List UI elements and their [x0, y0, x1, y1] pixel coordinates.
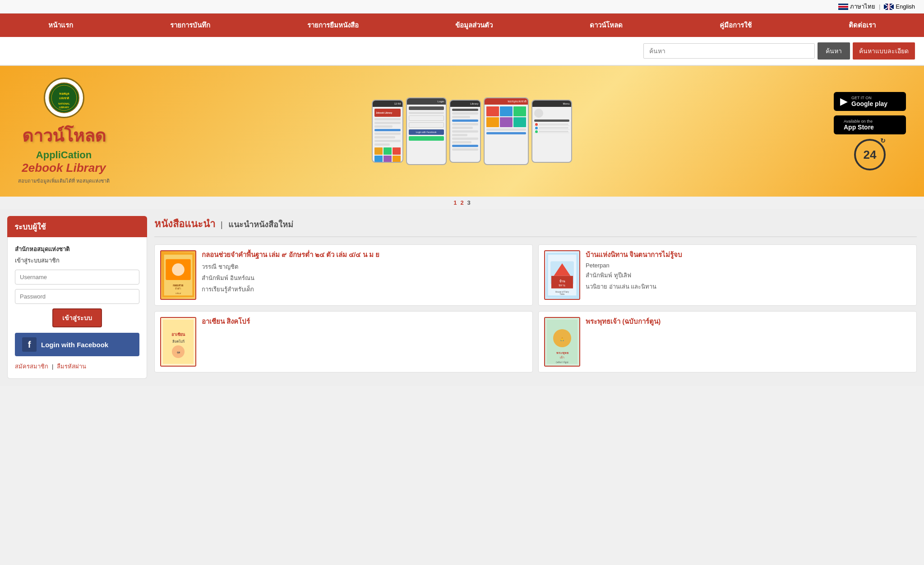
- clock-label: 24: [864, 148, 877, 162]
- svg-text:กลอนช่วย: กลอนช่วย: [173, 284, 184, 287]
- svg-text:NATIONAL: NATIONAL: [58, 102, 69, 105]
- nav-personal[interactable]: ข้อมูลส่วนตัว: [446, 14, 502, 37]
- app-screen-4: หอสมุดแห่งชาติ: [484, 97, 529, 165]
- book-info-1: กลอนช่วยจำคำพื้นฐาน เล่ม ๙ อักษรต่ำ ๒๔ ต…: [202, 250, 527, 300]
- nav-borrow-books[interactable]: รายการยืมหนังสือ: [298, 14, 368, 37]
- book-cover-1: กลอนช่วย จำคำ เล่ม ๙: [160, 250, 196, 300]
- sidebar-body: สำนักหอสมุดแห่งชาติ เข้าสู่ระบบสมาชิก เข…: [7, 237, 147, 379]
- app-store-big-text: App Store: [844, 124, 874, 131]
- svg-text:🗺: 🗺: [177, 351, 180, 354]
- sidebar-link-divider: |: [52, 363, 53, 370]
- svg-text:เจ้า: เจ้า: [560, 356, 564, 359]
- book-card-2[interactable]: บ้าน นิทาน House of Fairy Tales บ้านแห่ง…: [538, 244, 917, 306]
- search-bar: ค้นหา ค้นหาแบบละเอียด: [0, 37, 924, 66]
- banner-left: หอสมุด แห่งชาติ NATIONAL LIBRARY ดาวน์โห…: [18, 78, 110, 185]
- book-title-1: กลอนช่วยจำคำพื้นฐาน เล่ม ๙ อักษรต่ำ ๒๔ ต…: [202, 250, 527, 259]
- google-play-small-text: GET IT ON: [851, 96, 887, 100]
- banner-title: ดาวน์โหลด: [22, 122, 106, 149]
- book-card-4[interactable]: 🙏 พระพุทธ เจ้า (ฉบับการ์ตูน) พระพุทธเจ้า…: [538, 311, 917, 372]
- app-store-small-text: Available on the: [844, 119, 874, 124]
- password-input[interactable]: [15, 289, 139, 304]
- facebook-button-label: Login with Facebook: [41, 341, 108, 349]
- section-header: หนังสือแนะนำ | แนะนำหนังสือใหม่: [154, 216, 917, 232]
- register-link[interactable]: สมัครสมาชิก: [15, 362, 48, 371]
- section-subtitle: แนะนำหนังสือใหม่: [228, 218, 293, 231]
- book-card-3[interactable]: อาเซียน สิงคโปร์ 🗺 อาเซียน สิงคโปร์: [154, 311, 533, 372]
- svg-text:บ้าน: บ้าน: [559, 279, 565, 283]
- english-language-option[interactable]: English: [884, 3, 915, 10]
- google-play-big-text: Google play: [851, 100, 887, 107]
- sidebar-header: ระบบผู้ใช้: [7, 216, 147, 237]
- google-play-button[interactable]: ▶ GET IT ON Google play: [834, 92, 906, 111]
- svg-text:หอสมุด: หอสมุด: [59, 92, 69, 96]
- app-screen-1: 12:59 2ebook Library: [372, 100, 403, 163]
- app-screenshots: 12:59 2ebook Library: [372, 97, 572, 165]
- main-navigation: หน้าแรก รายการบันทึก รายการยืมหนังสือ ข้…: [0, 14, 924, 37]
- sidebar-org-label: สำนักหอสมุดแห่งชาติ: [15, 244, 139, 254]
- section-title: หนังสือแนะนำ: [154, 216, 215, 232]
- nav-contact[interactable]: ติดต่อเรา: [840, 14, 885, 37]
- nav-manual[interactable]: คู่มือการใช้: [711, 14, 761, 37]
- book-info-4: พระพุทธเจ้า (ฉบับการ์ตูน): [586, 317, 911, 367]
- carousel-dot-3[interactable]: 3: [467, 199, 471, 206]
- lang-divider: |: [879, 3, 880, 10]
- thai-label: ภาษาไทย: [850, 2, 875, 11]
- svg-text:LIBRARY: LIBRARY: [59, 106, 69, 109]
- app-screen-5: Menu: [531, 100, 572, 163]
- section-separator: |: [221, 220, 223, 230]
- section-divider: [154, 236, 917, 237]
- banner-info: สอบถามข้อมูลเพิ่มเติมได้ที่ หอสมุดแห่งชา…: [18, 177, 110, 185]
- english-label: English: [896, 3, 915, 10]
- book-publisher-1: สำนักพิมพ์ อินทร์ณน: [202, 273, 527, 283]
- thai-language-option[interactable]: ภาษาไทย: [838, 2, 875, 11]
- search-input[interactable]: [643, 43, 815, 59]
- svg-text:สิงคโปร์: สิงคโปร์: [172, 339, 185, 344]
- svg-text:🙏: 🙏: [560, 337, 564, 341]
- 24h-clock: ↻ 24: [854, 139, 886, 170]
- sidebar-links: สมัครสมาชิก | ลืมรหัสผ่าน: [15, 362, 139, 371]
- book-info-2: บ้านแห่งนิทาน จินตนาการไม่รู้จบ Peterpan…: [586, 250, 911, 300]
- app-store-button[interactable]: Available on the App Store: [834, 115, 906, 134]
- svg-point-9: [172, 263, 185, 276]
- book-cover-2: บ้าน นิทาน House of Fairy Tales: [544, 250, 580, 300]
- main-content: ระบบผู้ใช้ สำนักหอสมุดแห่งชาติ เข้าสู่ระ…: [0, 209, 924, 386]
- book-section: หนังสือแนะนำ | แนะนำหนังสือใหม่ กลอนช่: [154, 216, 917, 379]
- national-library-logo: หอสมุด แห่งชาติ NATIONAL LIBRARY: [44, 78, 84, 118]
- app-screen-3: Library: [449, 100, 481, 163]
- app-screen-2: Login Login with Facebook: [406, 97, 447, 165]
- banner-right: ▶ GET IT ON Google play Available on the…: [834, 92, 906, 170]
- svg-text:อาเซียน: อาเซียน: [171, 332, 185, 337]
- nav-home[interactable]: หน้าแรก: [39, 14, 82, 37]
- book-cover-3: อาเซียน สิงคโปร์ 🗺: [160, 317, 196, 367]
- books-grid: กลอนช่วย จำคำ เล่ม ๙ กลอนช่วยจำคำพื้นฐาน…: [154, 244, 917, 372]
- book-cover-4: 🙏 พระพุทธ เจ้า (ฉบับการ์ตูน): [544, 317, 580, 367]
- advanced-search-button[interactable]: ค้นหาแบบละเอียด: [853, 42, 915, 60]
- sidebar: ระบบผู้ใช้ สำนักหอสมุดแห่งชาติ เข้าสู่ระ…: [7, 216, 147, 379]
- language-bar: ภาษาไทย | English: [0, 0, 924, 14]
- forgot-password-link[interactable]: ลืมรหัสผ่าน: [57, 362, 86, 371]
- banner-subtitle2: 2ebook Library: [22, 161, 106, 175]
- book-card-1[interactable]: กลอนช่วย จำคำ เล่ม ๙ กลอนช่วยจำคำพื้นฐาน…: [154, 244, 533, 306]
- banner-subtitle: AppliCation: [36, 149, 92, 161]
- search-button[interactable]: ค้นหา: [818, 42, 850, 60]
- sidebar-login-label: เข้าสู่ระบบสมาชิก: [15, 256, 139, 265]
- book-row-1: กลอนช่วย จำคำ เล่ม ๙ กลอนช่วยจำคำพื้นฐาน…: [154, 244, 917, 306]
- book-author-2: Peterpan: [586, 262, 911, 269]
- book-category-2: นวนิยาย อ่านเล่น และนิทาน: [586, 282, 911, 291]
- banner: หอสมุด แห่งชาติ NATIONAL LIBRARY ดาวน์โห…: [0, 66, 924, 197]
- google-play-icon: ▶: [840, 96, 848, 107]
- book-title-2: บ้านแห่งนิทาน จินตนาการไม่รู้จบ: [586, 250, 911, 259]
- username-input[interactable]: [15, 270, 139, 285]
- carousel-dot-2[interactable]: 2: [460, 199, 463, 206]
- uk-flag-icon: [884, 4, 894, 10]
- nav-download[interactable]: ดาวน์โหลด: [581, 14, 632, 37]
- facebook-login-button[interactable]: f Login with Facebook: [15, 333, 139, 356]
- login-button[interactable]: เข้าสู่ระบบ: [52, 308, 102, 327]
- svg-text:นิทาน: นิทาน: [559, 284, 566, 287]
- thai-flag-icon: [838, 4, 848, 10]
- carousel-dot-1[interactable]: 1: [453, 199, 457, 206]
- nav-borrow-list[interactable]: รายการบันทึก: [161, 14, 219, 37]
- book-publisher-2: สำนักพิมพ์ ทูปีเลิฟ: [586, 271, 911, 280]
- svg-text:House of Fairy: House of Fairy: [555, 291, 569, 293]
- book-category-1: การเรียนรู้สำหรับเด็ก: [202, 285, 527, 294]
